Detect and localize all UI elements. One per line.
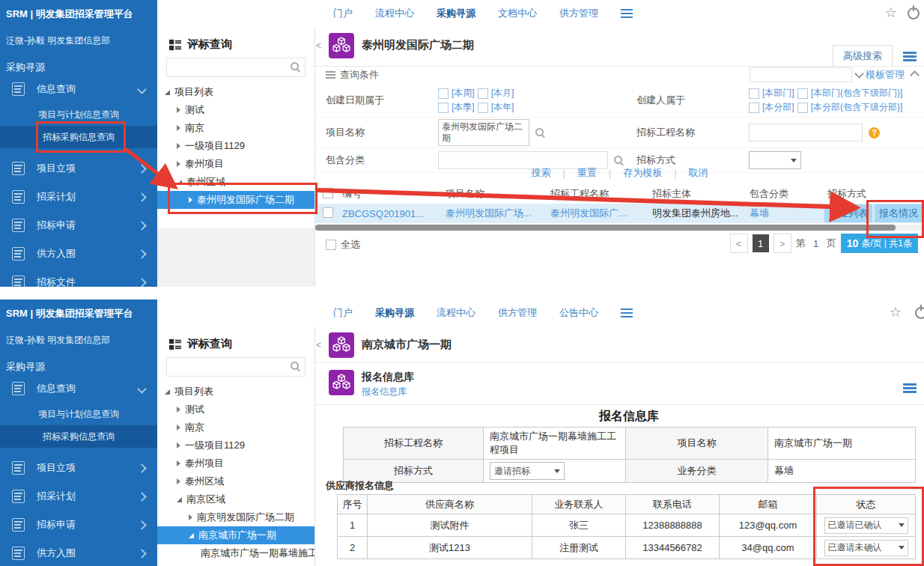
search-icon[interactable]: [291, 362, 300, 371]
menu-doc-center[interactable]: 文档中心: [498, 7, 537, 20]
tree-collapse-icon[interactable]: [177, 478, 180, 484]
sidebar-item-bid-apply[interactable]: 招标申请: [0, 511, 157, 539]
sidebar-item-info-query[interactable]: 信息查询: [0, 374, 157, 403]
cancel-button[interactable]: 取消: [689, 166, 708, 180]
sidebar-item-project-plan-query[interactable]: 项目与计划信息查询: [0, 103, 157, 126]
chevron-down-icon[interactable]: [854, 69, 864, 79]
tree-collapse-icon[interactable]: [189, 514, 192, 520]
favorite-star-icon[interactable]: ☆: [890, 304, 902, 320]
current-page[interactable]: 1: [753, 234, 769, 252]
hamburger-menu-icon[interactable]: [621, 7, 633, 20]
this-week-checkbox[interactable]: [438, 88, 449, 99]
method-select[interactable]: 邀请招标: [490, 462, 565, 480]
select-all-checkbox[interactable]: [326, 240, 336, 250]
tree-item-project-list[interactable]: 项目列表: [157, 83, 314, 101]
tree-collapse-icon[interactable]: [177, 460, 180, 466]
save-template-button[interactable]: 存为模板: [623, 166, 662, 180]
sidebar-item-project-setup[interactable]: 项目立项: [0, 154, 157, 183]
tree-item-project-list[interactable]: 项目列表: [157, 383, 314, 401]
tree-collapse-icon[interactable]: [177, 442, 180, 448]
tree-expand-icon[interactable]: [177, 497, 182, 502]
sidebar-item-supplier-shortlist[interactable]: 供方入围: [0, 539, 157, 566]
sidebar-item-supplier-shortlist[interactable]: 供方入围: [0, 240, 157, 268]
tree-item-nanjing[interactable]: 南京: [157, 119, 314, 137]
menu-supplier-mgmt[interactable]: 供方管理: [498, 306, 537, 320]
row-category-link[interactable]: 幕墙: [750, 207, 827, 220]
tree-item-nanjing[interactable]: 南京: [157, 419, 314, 436]
own-dept-sub-checkbox[interactable]: [797, 88, 808, 99]
status-select[interactable]: 已邀请已确认: [824, 517, 908, 534]
tree-collapse-icon[interactable]: [177, 407, 180, 413]
row-code-link[interactable]: ZBCGSQ201901...: [342, 208, 446, 219]
tree-item-level1-1129[interactable]: 一级项目1129: [157, 436, 314, 454]
own-branch-checkbox[interactable]: [749, 103, 759, 113]
tree-item-taizhou-project[interactable]: 泰州项目: [157, 155, 314, 173]
search-icon[interactable]: [535, 128, 545, 138]
sidebar-item-bid-docs[interactable]: 招标文件: [0, 268, 157, 287]
tree-item-taizhou-region[interactable]: 泰州区域: [157, 173, 314, 191]
header-checkbox[interactable]: [323, 188, 333, 198]
tree-collapse-icon[interactable]: [177, 161, 180, 167]
row-tender-link[interactable]: 泰州明发国际广...: [550, 207, 652, 220]
tree-item-taizhou-project[interactable]: 泰州项目: [157, 454, 314, 472]
page-jump-input[interactable]: 1: [810, 238, 822, 249]
tree-collapse-icon[interactable]: [177, 125, 180, 131]
this-quarter-checkbox[interactable]: [438, 103, 449, 113]
menu-procure-sourcing[interactable]: 采购寻源: [437, 7, 475, 20]
logout-power-icon[interactable]: [908, 7, 920, 19]
tree-collapse-icon[interactable]: [189, 197, 192, 203]
section-link[interactable]: 报名信息库: [362, 386, 407, 398]
module-title[interactable]: 采购寻源: [0, 47, 157, 74]
tree-search-input[interactable]: [166, 58, 306, 77]
scrollbar-thumb[interactable]: [315, 225, 896, 231]
row-checkbox[interactable]: [323, 207, 333, 218]
list-view-icon[interactable]: [903, 382, 917, 395]
collapse-query-icon[interactable]: [910, 70, 920, 80]
menu-process-center[interactable]: 流程中心: [437, 306, 475, 320]
menu-procure-sourcing[interactable]: 采购寻源: [375, 306, 414, 320]
help-icon[interactable]: [869, 127, 880, 139]
sidebar-item-bid-procure-query[interactable]: 招标采购信息查询: [0, 126, 157, 148]
tree-expand-icon[interactable]: [189, 533, 194, 538]
sidebar-item-bid-procure-query[interactable]: 招标采购信息查询: [0, 425, 157, 448]
own-dept-checkbox[interactable]: [749, 88, 759, 99]
horizontal-scrollbar[interactable]: [315, 225, 924, 231]
list-view-icon[interactable]: [903, 50, 917, 63]
favorite-star-icon[interactable]: ☆: [885, 4, 897, 21]
status-select[interactable]: 已邀请未确认: [824, 540, 908, 556]
qa-list-button[interactable]: 答疑列表: [824, 204, 872, 222]
tree-item-test[interactable]: 测试: [157, 401, 314, 419]
tree-expand-icon[interactable]: [165, 389, 170, 395]
menu-process-center[interactable]: 流程中心: [375, 7, 414, 20]
menu-portal[interactable]: 门户: [333, 306, 353, 320]
tree-expand-icon[interactable]: [165, 90, 170, 95]
tree-item-test[interactable]: 测试: [157, 101, 314, 119]
this-year-checkbox[interactable]: [478, 103, 488, 113]
hamburger-menu-icon[interactable]: [621, 306, 633, 320]
menu-supplier-mgmt[interactable]: 供方管理: [559, 7, 598, 20]
search-icon[interactable]: [614, 156, 624, 165]
template-manage-link[interactable]: 模板管理: [866, 68, 905, 82]
reset-button[interactable]: 重置: [577, 166, 597, 180]
tree-item-taizhou-region[interactable]: 泰州区域: [157, 472, 314, 490]
tender-name-input[interactable]: [749, 124, 863, 142]
tree-collapse-icon[interactable]: [177, 107, 180, 113]
tree-collapse-icon[interactable]: [177, 424, 180, 430]
tree-expand-icon[interactable]: [177, 180, 182, 185]
next-page-button[interactable]: >: [773, 234, 791, 253]
advanced-search-tab[interactable]: 高级搜索: [833, 45, 893, 66]
tree-item-level1-1129[interactable]: 一级项目1129: [157, 137, 314, 155]
prev-page-button[interactable]: <: [730, 234, 748, 253]
signup-status-button[interactable]: 报名情况: [875, 204, 923, 222]
own-branch-sub-checkbox[interactable]: [797, 103, 808, 113]
row-project-link[interactable]: 泰州明发国际广场...: [446, 207, 550, 220]
logout-power-icon[interactable]: [915, 307, 924, 319]
tree-item-taizhou-mingfa-plaza-2[interactable]: 泰州明发国际广场二期: [157, 191, 314, 209]
this-month-checkbox[interactable]: [478, 88, 488, 99]
tree-search-input[interactable]: [166, 357, 306, 377]
sidebar-item-project-plan-query[interactable]: 项目与计划信息查询: [0, 403, 157, 425]
tree-item-nanjing-city-plaza-1-curtainwall[interactable]: 南京城市广场一期幕墙施工: [157, 544, 314, 562]
menu-announce-center[interactable]: 公告中心: [559, 306, 598, 320]
tree-item-nanjing-city-plaza-1[interactable]: 南京城市广场一期: [157, 526, 314, 544]
module-title[interactable]: 采购寻源: [0, 347, 157, 374]
